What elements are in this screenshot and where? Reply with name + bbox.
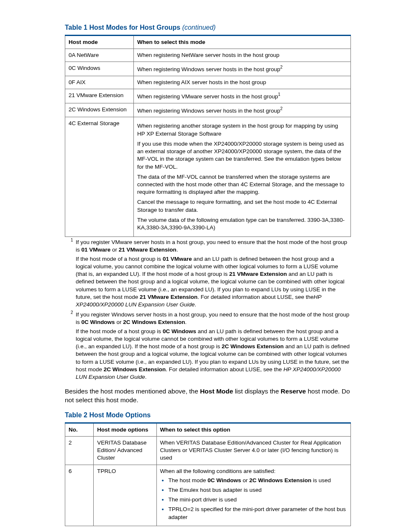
footnote-2: 2 If you register Windows server hosts i… bbox=[71, 311, 351, 382]
footnote-ref: 2 bbox=[280, 65, 283, 69]
host-mode-options-table: No. Host mode options When to select thi… bbox=[65, 422, 351, 526]
col-host-mode: Host mode bbox=[65, 35, 134, 49]
cell-host-mode: 2C Windows Extension bbox=[65, 103, 134, 117]
col-no: No. bbox=[65, 423, 94, 436]
table-row: 2C Windows Extension When registering Wi… bbox=[65, 103, 351, 117]
col-options: Host mode options bbox=[94, 423, 156, 436]
list-item: The mini-port driver is used bbox=[162, 496, 347, 504]
cell-when: When registering another storage system … bbox=[133, 117, 350, 237]
table-row: 4C External Storage When registering ano… bbox=[65, 117, 351, 237]
table-row: 0F AIX When registering AIX server hosts… bbox=[65, 76, 351, 89]
cell-when: When VERITAS Database Edition/Advanced C… bbox=[156, 436, 350, 465]
cell-host-mode: 4C External Storage bbox=[65, 117, 134, 237]
cell-when: When registering VMware server hosts in … bbox=[133, 89, 350, 103]
cell-host-mode: 0A NetWare bbox=[65, 49, 134, 62]
table-1-title: Table 1 Host Modes for Host Groups (cont… bbox=[65, 23, 351, 32]
cell-when: When registering AIX server hosts in the… bbox=[133, 76, 350, 89]
host-modes-table: Host mode When to select this mode 0A Ne… bbox=[65, 35, 351, 237]
table-header-row: Host mode When to select this mode bbox=[65, 35, 351, 49]
table-row: 6 TPRLO When all the following condition… bbox=[65, 465, 351, 526]
cell-when: When registering Windows server hosts in… bbox=[133, 103, 350, 117]
list-item: The host mode 0C Windows or 2C Windows E… bbox=[162, 477, 347, 484]
conditions-list: The host mode 0C Windows or 2C Windows E… bbox=[160, 477, 347, 521]
col-when-option: When to select this option bbox=[156, 423, 350, 436]
list-item: The Emulex host bus adapter is used bbox=[162, 486, 347, 494]
footnotes: 1 If you register VMware server hosts in… bbox=[71, 239, 351, 382]
table-header-row: No. Host mode options When to select thi… bbox=[65, 423, 351, 436]
body-paragraph: Besides the host modes mentioned above, … bbox=[65, 387, 351, 405]
footnote-ref: 2 bbox=[280, 106, 283, 111]
table-row: 2 VERITAS Database Edition/ Advanced Clu… bbox=[65, 436, 351, 465]
cell-host-mode: 21 VMware Extension bbox=[65, 89, 134, 103]
cell-host-mode: 0F AIX bbox=[65, 76, 134, 89]
table-1-continued: (continued) bbox=[182, 24, 216, 31]
table-row: 0C Windows When registering Windows serv… bbox=[65, 62, 351, 76]
cell-no: 6 bbox=[65, 465, 94, 526]
table-1-title-text: Table 1 Host Modes for Host Groups bbox=[65, 24, 182, 31]
cell-when: When registering NetWare server hosts in… bbox=[133, 49, 350, 62]
cell-host-mode: 0C Windows bbox=[65, 62, 134, 76]
table-row: 0A NetWare When registering NetWare serv… bbox=[65, 49, 351, 62]
cell-option: TPRLO bbox=[94, 465, 156, 526]
list-item: TPRLO=2 is specified for the mini-port d… bbox=[162, 506, 347, 521]
cell-option: VERITAS Database Edition/ Advanced Clust… bbox=[94, 436, 156, 465]
footnote-ref: 1 bbox=[278, 92, 281, 97]
table-row: 21 VMware Extension When registering VMw… bbox=[65, 89, 351, 103]
col-when-select: When to select this mode bbox=[133, 35, 350, 49]
footnote-1: 1 If you register VMware server hosts in… bbox=[71, 239, 351, 310]
cell-no: 2 bbox=[65, 436, 94, 465]
cell-when: When all the following conditions are sa… bbox=[156, 465, 350, 526]
cell-when: When registering Windows server hosts in… bbox=[133, 62, 350, 76]
table-2-title: Table 2 Host Mode Options bbox=[65, 411, 351, 420]
